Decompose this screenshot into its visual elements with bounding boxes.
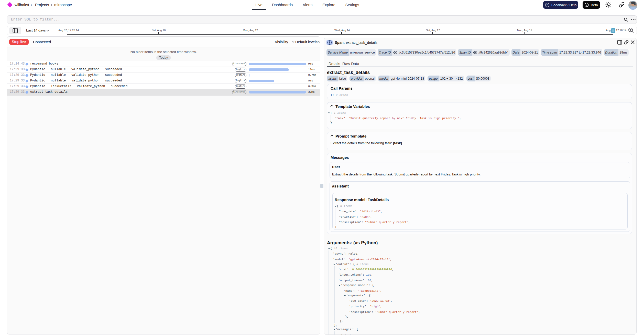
- svg-text:?: ?: [547, 4, 548, 6]
